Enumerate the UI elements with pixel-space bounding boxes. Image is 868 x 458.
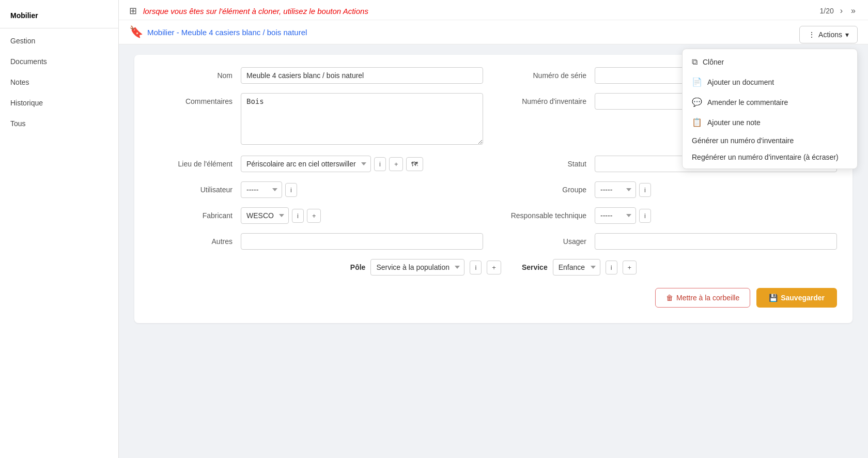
actions-dropdown: ⧉ Clôner 📄 Ajouter un document 💬 Amender… [682, 49, 858, 169]
lieu-plus-button[interactable]: + [389, 157, 404, 171]
trash-button[interactable]: 🗑 Mettre à la corbeille [655, 288, 750, 308]
service-plus-button[interactable]: + [623, 261, 637, 274]
pole-info-button[interactable]: i [470, 261, 482, 274]
trash-label: Mettre à la corbeille [676, 294, 739, 302]
dropdown-item-regen-inv[interactable]: Regénérer un numéro d'inventaire (à écra… [683, 149, 857, 165]
autres-input[interactable] [241, 233, 483, 250]
groupe-label: Groupe [504, 181, 586, 194]
commentaires-textarea[interactable]: Bois [241, 93, 483, 145]
form-actions: 🗑 Mettre à la corbeille 💾 Sauvegarder [150, 288, 837, 308]
add-doc-label: Ajouter un document [707, 78, 774, 86]
row-autres: Autres Usager [150, 233, 837, 250]
numero-serie-label: Numéro de série [504, 67, 586, 80]
lieu-select[interactable]: Périscolaire arc en ciel otterswiller [241, 156, 371, 172]
responsable-label: Responsable technique [504, 207, 586, 220]
service-info-button[interactable]: i [606, 261, 617, 274]
responsable-control: ----- i [595, 207, 837, 224]
dropdown-item-add-doc[interactable]: 📄 Ajouter un document [683, 72, 857, 92]
autres-label: Autres [150, 233, 233, 246]
utilisateur-info-button[interactable]: i [285, 183, 297, 197]
pagination: 1/20 › » [820, 5, 858, 17]
groupe-info-button[interactable]: i [639, 183, 651, 197]
clone-icon: ⧉ [692, 57, 698, 67]
group-nom: Nom [150, 67, 483, 84]
utilisateur-label: Utilisateur [150, 181, 233, 194]
dropdown-item-add-note[interactable]: 📋 Ajouter une note [683, 112, 857, 132]
commentaires-control: Bois [241, 93, 483, 146]
last-arrow[interactable]: » [849, 5, 858, 17]
clone-label: Clôner [703, 58, 724, 66]
save-icon: 💾 [769, 294, 778, 302]
sidebar-item-notes[interactable]: Notes [0, 72, 118, 93]
next-arrow[interactable]: › [838, 5, 845, 17]
add-note-label: Ajouter une note [707, 118, 761, 127]
sidebar-item-mobilier[interactable]: Mobilier [0, 5, 118, 26]
sidebar-item-historique[interactable]: Historique [0, 93, 118, 113]
groupe-control: ----- i [595, 181, 837, 198]
responsable-select[interactable]: ----- [595, 207, 636, 224]
dropdown-item-cloner[interactable]: ⧉ Clôner [683, 52, 857, 72]
sidebar: Mobilier Gestion Documents Notes Histori… [0, 0, 119, 458]
fabricant-label: Fabricant [150, 207, 233, 220]
fabricant-info-button[interactable]: i [292, 209, 304, 223]
actions-chevron-icon: ▾ [845, 30, 849, 39]
pole-group: Pôle Service à la population i + [350, 259, 501, 276]
service-group: Service Enfance i + [522, 259, 637, 276]
comment-icon: 💬 [692, 97, 702, 107]
lieu-label: Lieu de l'élément [150, 156, 233, 168]
sidebar-item-documents[interactable]: Documents [0, 51, 118, 72]
lieu-map-button[interactable]: 🗺 [406, 157, 423, 171]
main-area: ⊞ lorsque vous êtes sur l'élément à clon… [119, 0, 868, 458]
statut-label: Statut [504, 156, 586, 168]
pole-plus-button[interactable]: + [487, 261, 501, 274]
hint-text: lorsque vous êtes sur l'élément à cloner… [143, 7, 368, 16]
responsable-info-button[interactable]: i [639, 209, 651, 223]
pole-label: Pôle [350, 263, 366, 271]
fabricant-select[interactable]: WESCO [241, 207, 289, 224]
commentaires-label: Commentaires [150, 93, 233, 105]
group-commentaires: Commentaires Bois [150, 93, 483, 146]
breadcrumb-bar: 🔖 Mobilier - Meuble 4 casiers blanc / bo… [119, 20, 868, 44]
utilisateur-control: ----- i [241, 181, 483, 198]
doc-icon: 📄 [692, 77, 702, 87]
sidebar-item-tous[interactable]: Tous [0, 113, 118, 134]
grid-icon[interactable]: ⊞ [129, 5, 137, 17]
group-groupe: Groupe ----- i [504, 181, 837, 198]
save-button[interactable]: 💾 Sauvegarder [756, 288, 837, 308]
actions-button[interactable]: ⋮ Actions ▾ [799, 26, 858, 43]
breadcrumb-text[interactable]: Mobilier - Meuble 4 casiers blanc / bois… [147, 28, 307, 37]
inventaire-label: Numéro d'inventaire [504, 93, 586, 105]
actions-dots-icon: ⋮ [808, 30, 815, 39]
bookmark-icon: 🔖 [129, 25, 143, 39]
trash-icon: 🗑 [666, 294, 673, 302]
utilisateur-select[interactable]: ----- [241, 181, 282, 198]
breadcrumb: 🔖 Mobilier - Meuble 4 casiers blanc / bo… [129, 25, 307, 44]
service-select[interactable]: Enfance [553, 259, 600, 276]
group-autres: Autres [150, 233, 483, 250]
usager-input[interactable] [595, 233, 837, 250]
amend-label: Amender le commentaire [707, 98, 788, 106]
usager-control [595, 233, 837, 250]
groupe-select[interactable]: ----- [595, 181, 636, 198]
pole-service-row: Pôle Service à la population i + Service… [150, 259, 837, 276]
lieu-info-button[interactable]: i [374, 157, 386, 171]
dropdown-item-generate-inv[interactable]: Générer un numéro d'inventaire [683, 132, 857, 149]
fabricant-control: WESCO i + [241, 207, 483, 224]
group-fabricant: Fabricant WESCO i + [150, 207, 483, 224]
service-label: Service [522, 263, 548, 271]
save-label: Sauvegarder [781, 294, 825, 302]
note-icon: 📋 [692, 117, 702, 127]
group-utilisateur: Utilisateur ----- i [150, 181, 483, 198]
hint-bar: ⊞ lorsque vous êtes sur l'élément à clon… [119, 0, 868, 20]
group-responsable: Responsable technique ----- i [504, 207, 837, 224]
pole-select[interactable]: Service à la population [370, 259, 464, 276]
lieu-control: Périscolaire arc en ciel otterswiller i … [241, 156, 483, 172]
fabricant-plus-button[interactable]: + [307, 209, 321, 223]
dropdown-item-amend[interactable]: 💬 Amender le commentaire [683, 92, 857, 112]
page-info: 1/20 [820, 7, 834, 15]
sidebar-item-gestion[interactable]: Gestion [0, 30, 118, 51]
actions-label: Actions [818, 30, 842, 39]
nom-control [241, 67, 483, 84]
nom-input[interactable] [241, 67, 483, 84]
autres-control [241, 233, 483, 250]
